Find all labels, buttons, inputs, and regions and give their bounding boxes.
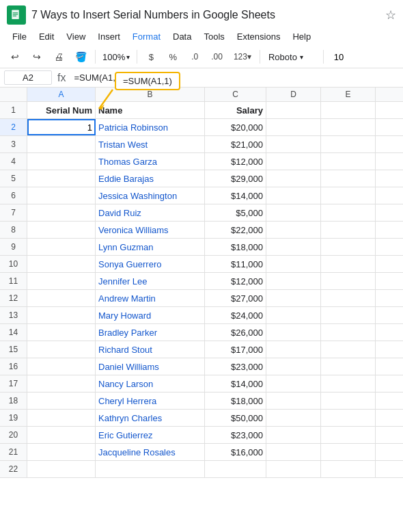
cell-e4[interactable]: [321, 153, 376, 170]
menu-file[interactable]: File: [7, 29, 32, 44]
menu-tools[interactable]: Tools: [198, 29, 230, 44]
cell-c19[interactable]: $50,000: [205, 410, 266, 426]
cell-a20[interactable]: [27, 427, 96, 443]
cell-d18[interactable]: [266, 393, 321, 409]
cell-b9[interactable]: Lynn Guzman: [96, 239, 205, 255]
cell-c4[interactable]: $12,000: [205, 153, 266, 170]
cell-b2[interactable]: Patricia Robinson: [96, 119, 205, 135]
cell-e2[interactable]: [321, 119, 376, 135]
cell-b11[interactable]: Jennifer Lee: [96, 273, 205, 289]
number-format-button[interactable]: 123▾: [230, 49, 255, 64]
cell-reference-box[interactable]: A2: [4, 70, 52, 85]
row-num-15[interactable]: 15: [0, 341, 27, 358]
cell-a19[interactable]: [27, 410, 96, 426]
cell-d16[interactable]: [266, 358, 321, 375]
cell-d4[interactable]: [266, 153, 321, 170]
cell-e15[interactable]: [321, 341, 376, 358]
cell-b16[interactable]: Daniel Williams: [96, 358, 205, 375]
cell-d6[interactable]: [266, 187, 321, 204]
cell-e3[interactable]: [321, 136, 376, 152]
cell-e8[interactable]: [321, 222, 376, 238]
cell-d5[interactable]: [266, 170, 321, 187]
menu-help[interactable]: Help: [287, 29, 316, 44]
row-num-7[interactable]: 7: [0, 204, 27, 221]
cell-e9[interactable]: [321, 239, 376, 255]
menu-view[interactable]: View: [61, 29, 91, 44]
cell-a6[interactable]: [27, 187, 96, 204]
cell-d9[interactable]: [266, 239, 321, 255]
row-num-13[interactable]: 13: [0, 307, 27, 323]
cell-e18[interactable]: [321, 393, 376, 409]
cell-a5[interactable]: [27, 170, 96, 187]
decimal-increase-button[interactable]: .00: [207, 49, 227, 64]
cell-b20[interactable]: Eric Gutierrez: [96, 427, 205, 443]
cell-d8[interactable]: [266, 222, 321, 238]
cell-c15[interactable]: $17,000: [205, 341, 266, 358]
cell-e19[interactable]: [321, 410, 376, 426]
col-header-e[interactable]: E: [321, 88, 376, 101]
cell-e14[interactable]: [321, 324, 376, 341]
cell-a14[interactable]: [27, 324, 96, 341]
cell-e13[interactable]: [321, 307, 376, 323]
cell-b12[interactable]: Andrew Martin: [96, 290, 205, 306]
menu-edit[interactable]: Edit: [33, 29, 59, 44]
row-num-22[interactable]: 22: [0, 461, 27, 477]
cell-a2[interactable]: 1: [27, 119, 96, 135]
cell-c17[interactable]: $14,000: [205, 375, 266, 392]
cell-d3[interactable]: [266, 136, 321, 152]
row-num-21[interactable]: 21: [0, 444, 27, 460]
cell-b4[interactable]: Thomas Garza: [96, 153, 205, 170]
undo-button[interactable]: ↩: [5, 49, 25, 65]
cell-c3[interactable]: $21,000: [205, 136, 266, 152]
cell-c11[interactable]: $12,000: [205, 273, 266, 289]
row-num-18[interactable]: 18: [0, 393, 27, 409]
cell-d19[interactable]: [266, 410, 321, 426]
cell-e12[interactable]: [321, 290, 376, 306]
zoom-selector[interactable]: 100% ▾: [100, 51, 133, 64]
cell-a7[interactable]: [27, 204, 96, 221]
cell-b10[interactable]: Sonya Guerrero: [96, 256, 205, 272]
cell-b19[interactable]: Kathryn Charles: [96, 410, 205, 426]
paint-format-button[interactable]: 🪣: [71, 49, 91, 65]
cell-c20[interactable]: $23,000: [205, 427, 266, 443]
cell-e17[interactable]: [321, 375, 376, 392]
cell-a8[interactable]: [27, 222, 96, 238]
cell-c22[interactable]: [205, 461, 266, 477]
cell-e1[interactable]: [321, 102, 376, 118]
row-num-1[interactable]: 1: [0, 102, 27, 118]
cell-e10[interactable]: [321, 256, 376, 272]
cell-e7[interactable]: [321, 204, 376, 221]
row-num-12[interactable]: 12: [0, 290, 27, 306]
font-size-input[interactable]: [328, 51, 350, 64]
cell-a17[interactable]: [27, 375, 96, 392]
row-num-6[interactable]: 6: [0, 187, 27, 204]
cell-b8[interactable]: Veronica Williams: [96, 222, 205, 238]
cell-e22[interactable]: [321, 461, 376, 477]
row-num-9[interactable]: 9: [0, 239, 27, 255]
cell-c5[interactable]: $29,000: [205, 170, 266, 187]
cell-e16[interactable]: [321, 358, 376, 375]
redo-button[interactable]: ↪: [27, 49, 46, 65]
cell-d7[interactable]: [266, 204, 321, 221]
row-num-3[interactable]: 3: [0, 136, 27, 152]
row-num-16[interactable]: 16: [0, 358, 27, 375]
cell-b22[interactable]: [96, 461, 205, 477]
cell-b7[interactable]: David Ruiz: [96, 204, 205, 221]
row-num-14[interactable]: 14: [0, 324, 27, 341]
cell-e6[interactable]: [321, 187, 376, 204]
col-header-d[interactable]: D: [266, 88, 321, 101]
row-num-19[interactable]: 19: [0, 410, 27, 426]
row-num-20[interactable]: 20: [0, 427, 27, 443]
cell-a12[interactable]: [27, 290, 96, 306]
cell-b18[interactable]: Cheryl Herrera: [96, 393, 205, 409]
row-num-10[interactable]: 10: [0, 256, 27, 272]
cell-b3[interactable]: Tristan West: [96, 136, 205, 152]
cell-c14[interactable]: $26,000: [205, 324, 266, 341]
col-header-a[interactable]: A: [27, 88, 96, 101]
row-num-2[interactable]: 2: [0, 119, 27, 135]
cell-c18[interactable]: $18,000: [205, 393, 266, 409]
cell-e11[interactable]: [321, 273, 376, 289]
cell-d1[interactable]: [266, 102, 321, 118]
cell-c10[interactable]: $11,000: [205, 256, 266, 272]
cell-a1[interactable]: Serial Num: [27, 102, 96, 118]
